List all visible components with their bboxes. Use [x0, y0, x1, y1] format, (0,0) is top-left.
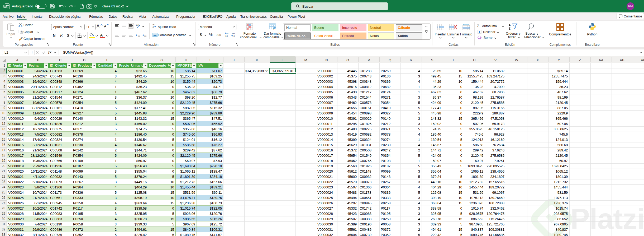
svg-text:.00: .00 [225, 35, 228, 37]
svg-text:c: c [152, 26, 154, 28]
svg-text:ab: ab [136, 24, 139, 27]
svg-text:Z: Z [509, 27, 511, 30]
svg-text:A: A [509, 24, 511, 27]
svg-text:Platzi: Platzi [570, 202, 644, 235]
svg-text:0: 0 [227, 33, 228, 35]
svg-text:0: 0 [233, 35, 235, 37]
svg-text:.00: .00 [232, 33, 235, 35]
